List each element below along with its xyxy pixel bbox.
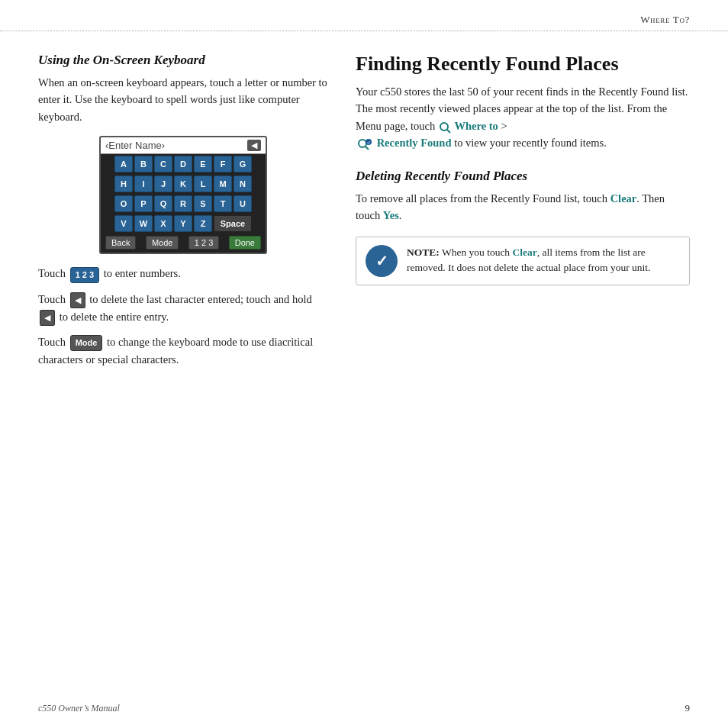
page: Where To? Using the On-Screen Keyboard W… bbox=[0, 0, 728, 728]
where-to-link: Where to bbox=[455, 120, 498, 132]
keyboard-input-text: ‹Enter Name› bbox=[105, 140, 165, 151]
key-C[interactable]: C bbox=[154, 156, 172, 172]
key-E[interactable]: E bbox=[194, 156, 212, 172]
right-section-title: Finding Recently Found Places bbox=[356, 53, 690, 76]
svg-line-3 bbox=[366, 147, 369, 150]
btn-delete-hold-inline: ◀ bbox=[40, 310, 55, 326]
clear-link-2: Clear bbox=[513, 246, 537, 258]
keyboard-screen: ‹Enter Name› ◀ A B C D E F G bbox=[99, 136, 267, 254]
note-box: ✓ NOTE: When you touch Clear, all items … bbox=[356, 237, 690, 285]
recently-found-link: Recently Found bbox=[377, 137, 452, 149]
key-O[interactable]: O bbox=[114, 195, 133, 212]
svg-point-2 bbox=[359, 140, 366, 147]
page-header: Where To? bbox=[0, 0, 728, 31]
right-body1: Your c550 stores the last 50 of your rec… bbox=[356, 83, 690, 152]
key-D[interactable]: D bbox=[174, 156, 192, 172]
key-I[interactable]: I bbox=[134, 176, 153, 192]
key-back[interactable]: Back bbox=[105, 236, 136, 250]
clear-link-1: Clear bbox=[610, 192, 637, 205]
key-H[interactable]: H bbox=[114, 176, 133, 192]
main-content: Using the On-Screen Keyboard When an on-… bbox=[0, 31, 728, 376]
where-to-icon bbox=[438, 120, 455, 132]
key-Y[interactable]: Y bbox=[174, 215, 192, 232]
key-T[interactable]: T bbox=[214, 195, 232, 212]
recently-found-icon: ↺ bbox=[356, 137, 377, 149]
key-V[interactable]: V bbox=[114, 215, 133, 232]
svg-text:↺: ↺ bbox=[367, 140, 370, 145]
key-123[interactable]: 1 2 3 bbox=[188, 236, 219, 250]
key-K[interactable]: K bbox=[174, 176, 192, 192]
key-Z[interactable]: Z bbox=[194, 215, 212, 232]
keyboard-row-2: H I J K L M N bbox=[101, 174, 266, 194]
touch-numbers-text: Touch 1 2 3 to enter numbers. bbox=[38, 265, 328, 282]
key-J[interactable]: J bbox=[154, 176, 172, 192]
note-label: NOTE: bbox=[407, 246, 440, 258]
footer-manual: c550 Owner’s Manual bbox=[38, 703, 120, 714]
key-X[interactable]: X bbox=[154, 215, 172, 232]
header-title: Where To? bbox=[640, 14, 690, 25]
svg-line-1 bbox=[447, 130, 450, 133]
left-body1: When an on-screen keyboard appears, touc… bbox=[38, 74, 328, 125]
svg-point-0 bbox=[440, 123, 448, 130]
key-S[interactable]: S bbox=[194, 195, 212, 212]
btn-123-inline: 1 2 3 bbox=[70, 267, 99, 283]
keyboard-input-row: ‹Enter Name› ◀ bbox=[101, 137, 266, 154]
yes-link: Yes bbox=[383, 209, 399, 221]
key-space[interactable]: Space bbox=[214, 215, 252, 232]
key-M[interactable]: M bbox=[214, 176, 232, 192]
key-U[interactable]: U bbox=[234, 195, 252, 212]
note-text-content: NOTE: When you touch Clear, all items fr… bbox=[407, 245, 680, 276]
deleting-body: To remove all places from the Recently F… bbox=[356, 190, 690, 224]
key-F[interactable]: F bbox=[214, 156, 232, 172]
key-G[interactable]: G bbox=[234, 156, 252, 172]
keyboard-image: ‹Enter Name› ◀ A B C D E F G bbox=[99, 136, 267, 254]
key-done[interactable]: Done bbox=[229, 236, 261, 250]
left-section-title: Using the On-Screen Keyboard bbox=[38, 53, 328, 68]
keyboard-row-4: V W X Y Z Space bbox=[101, 214, 266, 234]
footer-page-number: 9 bbox=[685, 702, 691, 714]
key-W[interactable]: W bbox=[134, 215, 153, 232]
touch-mode-text: Touch Mode to change the keyboard mode t… bbox=[38, 333, 328, 369]
keyboard-bottom-row: Back Mode 1 2 3 Done bbox=[101, 234, 266, 253]
key-B[interactable]: B bbox=[134, 156, 153, 172]
keyboard-row-1: A B C D E F G bbox=[101, 154, 266, 174]
key-P[interactable]: P bbox=[134, 195, 153, 212]
key-N[interactable]: N bbox=[234, 176, 252, 192]
key-mode[interactable]: Mode bbox=[146, 236, 179, 250]
deleting-section-title: Deleting Recently Found Places bbox=[356, 169, 690, 184]
key-Q[interactable]: Q bbox=[154, 195, 172, 212]
deleting-section: Deleting Recently Found Places To remove… bbox=[356, 169, 690, 224]
left-column: Using the On-Screen Keyboard When an on-… bbox=[38, 53, 328, 376]
keyboard-back-arrow: ◀ bbox=[247, 140, 261, 151]
right-column: Finding Recently Found Places Your c550 … bbox=[356, 53, 690, 376]
page-footer: c550 Owner’s Manual 9 bbox=[38, 702, 690, 714]
touch-delete-text: Touch ◀ to delete the last character ent… bbox=[38, 291, 328, 326]
keyboard-row-3: O P Q R S T U bbox=[101, 194, 266, 214]
key-L[interactable]: L bbox=[194, 176, 212, 192]
key-R[interactable]: R bbox=[174, 195, 192, 212]
key-A[interactable]: A bbox=[114, 156, 133, 172]
note-checkmark-icon: ✓ bbox=[366, 245, 398, 277]
btn-mode-inline: Mode bbox=[70, 335, 103, 351]
btn-delete-inline: ◀ bbox=[70, 292, 85, 308]
